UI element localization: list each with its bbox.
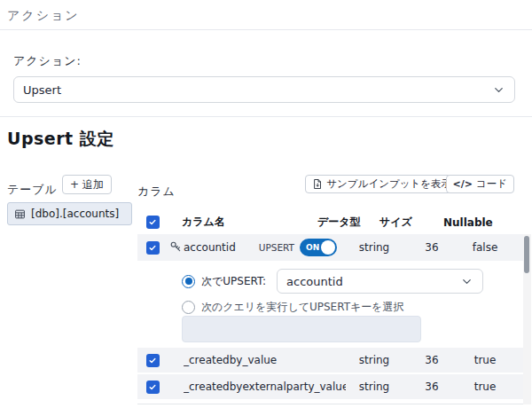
table-list-item-accounts[interactable]: [dbo].[accounts] [7, 202, 132, 225]
upsert-key-option-row: 次でUPSERT: accountid [182, 269, 483, 294]
column-name: _createdby_value [184, 354, 277, 366]
action-section-heading: アクション [7, 8, 80, 24]
scrollbar-thumb[interactable] [524, 236, 529, 273]
column-nullable: false [461, 241, 509, 254]
header-size: サイズ [379, 215, 443, 230]
column-size: 36 [403, 381, 461, 393]
section-divider [0, 116, 532, 117]
action-field-label: アクション: [13, 53, 82, 69]
toggle-state-label: ON [306, 243, 319, 252]
column-size: 36 [403, 354, 461, 366]
column-type: string [346, 381, 403, 393]
key-icon-cell [168, 240, 184, 255]
header-checkbox-cell [137, 216, 168, 229]
upsert-key-select-value: accountid [286, 275, 343, 288]
column-nullable: true [461, 354, 509, 366]
upsert-key-radio[interactable] [182, 275, 195, 288]
show-sample-input-button[interactable]: サンプルインプットを表示 [305, 175, 458, 193]
upsert-query-option-row: 次のクエリを実行してUPSERTキーを選択 [182, 301, 404, 314]
section-divider [0, 29, 532, 30]
upsert-query-input[interactable] [182, 316, 421, 342]
column-size: 36 [403, 241, 461, 254]
column-table-scrollbar[interactable] [523, 234, 531, 404]
row-checkbox-cell [137, 381, 168, 394]
row-checkbox[interactable] [146, 241, 160, 255]
chevron-down-icon [492, 83, 505, 97]
next-row-edge [137, 404, 523, 404]
upsert-query-radio[interactable] [182, 301, 195, 314]
code-icon: </> [453, 178, 473, 190]
column-panel-label: カラム [137, 184, 176, 200]
upsert-toggle-group: UPSERT ON [259, 239, 337, 256]
column-row-createdby-value[interactable]: _createdby_value string 36 true [137, 348, 523, 373]
column-name-cell: _createdby_value [184, 354, 346, 366]
sample-input-icon [312, 178, 323, 190]
header-column-name: カラム名 [168, 215, 317, 230]
column-name-cell: _createdbyexternalparty_value [184, 381, 346, 393]
table-panel-label: テーブル [7, 182, 58, 198]
column-row-createdbyexternalparty-value[interactable]: _createdbyexternalparty_value string 36 … [137, 374, 523, 399]
table-icon [14, 208, 26, 220]
upsert-toggle[interactable]: ON [300, 239, 337, 256]
row-checkbox-cell [137, 241, 168, 255]
row-checkbox[interactable] [146, 381, 160, 394]
chevron-down-icon [460, 275, 473, 288]
column-nullable: true [461, 381, 509, 393]
select-all-checkbox[interactable] [146, 216, 160, 229]
action-select[interactable]: Upsert [13, 76, 515, 103]
column-name: _createdbyexternalparty_value [184, 381, 346, 393]
column-name-cell: accountid UPSERT ON [184, 239, 346, 256]
upsert-key-options-panel: 次でUPSERT: accountid 次のクエリを実行してUPSERTキーを選… [137, 261, 523, 348]
code-label: コード [476, 177, 507, 191]
upsert-action-config-screen: アクション アクション: Upsert Upsert 設定 テーブル + 追加 … [0, 0, 532, 408]
upsert-query-radio-label: 次のクエリを実行してUPSERTキーを選択 [201, 300, 404, 315]
upsert-settings-heading: Upsert 設定 [7, 128, 114, 151]
radio-dot [185, 278, 192, 285]
upsert-label: UPSERT [259, 242, 294, 253]
action-select-value: Upsert [23, 83, 61, 97]
header-nullable: Nullable [443, 216, 523, 229]
key-icon [169, 240, 182, 255]
row-checkbox-cell [137, 354, 168, 367]
row-checkbox[interactable] [146, 354, 160, 367]
sample-input-label: サンプルインプットを表示 [326, 177, 451, 191]
upsert-key-select[interactable]: accountid [277, 269, 483, 294]
table-item-label: [dbo].[accounts] [31, 208, 119, 220]
add-table-button[interactable]: + 追加 [62, 175, 112, 194]
column-row-accountid[interactable]: accountid UPSERT ON string 36 false [137, 234, 523, 261]
column-type: string [346, 354, 403, 366]
code-button[interactable]: </> コード [446, 175, 515, 193]
column-table-header: カラム名 データ型 サイズ Nullable [137, 210, 523, 234]
toggle-knob [321, 240, 335, 255]
column-type: string [346, 241, 403, 254]
upsert-key-radio-label: 次でUPSERT: [201, 274, 266, 289]
column-name: accountid [184, 241, 236, 254]
header-data-type: データ型 [317, 215, 379, 230]
